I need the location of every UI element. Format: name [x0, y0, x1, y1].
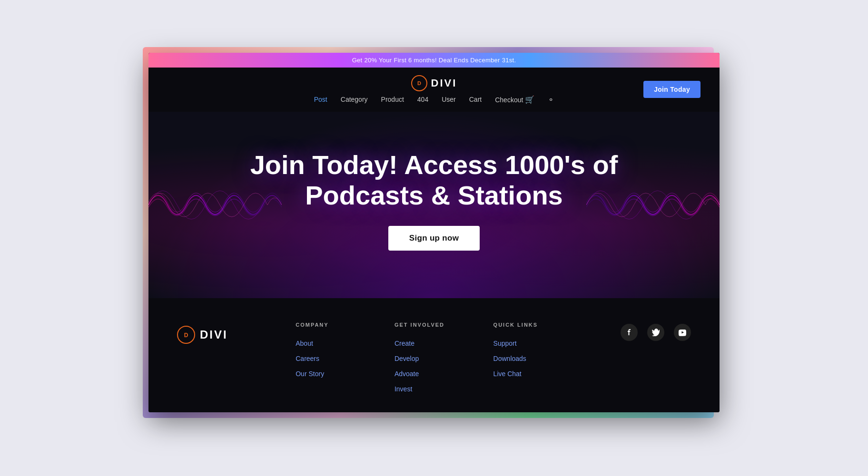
nav-item-category[interactable]: Category [341, 95, 368, 104]
nav-item-404[interactable]: 404 [417, 95, 428, 104]
footer-link-our-story[interactable]: Our Story [296, 369, 395, 378]
footer-link-support[interactable]: Support [493, 339, 592, 348]
nav-item-product[interactable]: Product [381, 95, 404, 104]
footer-company-title: COMPANY [296, 322, 395, 328]
logo-text: DIVI [431, 77, 457, 89]
footer-link-about-anchor[interactable]: About [296, 340, 313, 347]
footer-company-links: About Careers Our Story [296, 339, 395, 378]
logo-area[interactable]: D DIVI [411, 75, 457, 91]
hero-title: Join Today! Access 1000's of Podcasts & … [168, 150, 700, 211]
hero-title-line2: Podcasts & Stations [305, 180, 562, 210]
footer-link-create-anchor[interactable]: Create [395, 340, 414, 347]
youtube-icon[interactable] [674, 324, 691, 341]
nav-item-user[interactable]: User [442, 95, 456, 104]
footer-get-involved-title: GET INVOLVED [395, 322, 493, 328]
join-today-button[interactable]: Join Today [643, 81, 700, 98]
nav-item-checkout[interactable]: Checkout 🛒 [495, 95, 534, 104]
footer-link-advoate-anchor[interactable]: Advoate [395, 370, 419, 378]
facebook-icon[interactable] [621, 324, 638, 341]
nav-link-404[interactable]: 404 [417, 96, 428, 103]
footer-link-live-chat[interactable]: Live Chat [493, 369, 592, 378]
navbar: D DIVI Post Category Product 404 User Ca… [148, 68, 720, 112]
footer-logo-text: DIVI [200, 328, 228, 341]
footer-get-involved-col: GET INVOLVED Create Develop Advoate Inve… [395, 322, 493, 393]
signup-button[interactable]: Sign up now [388, 226, 480, 251]
footer-social [592, 322, 691, 393]
search-icon[interactable]: ⚬ [548, 96, 554, 104]
footer-link-develop[interactable]: Develop [395, 354, 493, 363]
nav-link-post[interactable]: Post [314, 96, 327, 103]
nav-link-product[interactable]: Product [381, 96, 404, 103]
nav-link-category[interactable]: Category [341, 96, 368, 103]
hero-section: Join Today! Access 1000's of Podcasts & … [148, 112, 720, 299]
nav-links: Post Category Product 404 User Cart Chec… [314, 95, 554, 104]
nav-link-checkout[interactable]: Checkout 🛒 [495, 96, 534, 104]
nav-link-cart[interactable]: Cart [469, 96, 482, 103]
hero-content: Join Today! Access 1000's of Podcasts & … [168, 150, 700, 251]
footer-logo-area: D DIVI [177, 322, 296, 393]
footer-logo[interactable]: D DIVI [177, 326, 228, 344]
footer-get-involved-links: Create Develop Advoate Invest [395, 339, 493, 393]
footer-link-invest-anchor[interactable]: Invest [395, 385, 412, 393]
nav-link-user[interactable]: User [442, 96, 456, 103]
logo-icon: D [411, 75, 427, 91]
hero-title-line1: Join Today! Access 1000's of [250, 150, 618, 180]
footer-quick-links-list: Support Downloads Live Chat [493, 339, 592, 378]
footer-link-about[interactable]: About [296, 339, 395, 348]
footer-link-develop-anchor[interactable]: Develop [395, 355, 419, 362]
announcement-text: Get 20% Your First 6 months! Deal Ends D… [352, 57, 516, 64]
footer-logo-icon: D [177, 326, 195, 344]
nav-item-search[interactable]: ⚬ [548, 95, 554, 104]
page-wrapper: Get 20% Your First 6 months! Deal Ends D… [148, 53, 720, 424]
cart-icon: 🛒 [525, 96, 534, 104]
footer-link-live-chat-anchor[interactable]: Live Chat [493, 370, 522, 378]
footer-quick-links-col: QUICK LINKS Support Downloads Live Chat [493, 322, 592, 393]
footer-quick-links-title: QUICK LINKS [493, 322, 592, 328]
nav-item-post[interactable]: Post [314, 95, 327, 104]
footer-link-downloads-anchor[interactable]: Downloads [493, 355, 526, 362]
footer-link-support-anchor[interactable]: Support [493, 340, 517, 347]
footer-link-invest[interactable]: Invest [395, 385, 493, 393]
svg-text:D: D [417, 80, 421, 86]
footer-link-careers-anchor[interactable]: Careers [296, 355, 319, 362]
footer-company-col: COMPANY About Careers Our Story [296, 322, 395, 393]
footer-link-our-story-anchor[interactable]: Our Story [296, 370, 324, 378]
svg-text:D: D [184, 332, 188, 339]
footer-link-create[interactable]: Create [395, 339, 493, 348]
footer-link-downloads[interactable]: Downloads [493, 354, 592, 363]
twitter-icon[interactable] [647, 324, 664, 341]
main-card: Get 20% Your First 6 months! Deal Ends D… [148, 53, 720, 413]
footer-link-advoate[interactable]: Advoate [395, 369, 493, 378]
announcement-bar: Get 20% Your First 6 months! Deal Ends D… [148, 53, 720, 68]
footer-link-careers[interactable]: Careers [296, 354, 395, 363]
nav-container: D DIVI Post Category Product 404 User Ca… [314, 75, 554, 104]
footer: D DIVI COMPANY About Careers Our Story G… [148, 298, 720, 412]
nav-item-cart[interactable]: Cart [469, 95, 482, 104]
